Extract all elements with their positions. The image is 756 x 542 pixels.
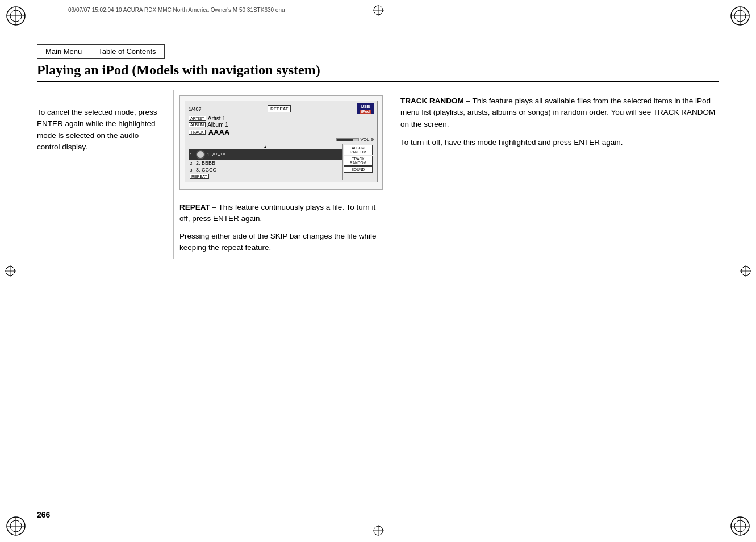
col-center: 1/407 REPEAT USB iPod ARTIST Artist 1 AL… [173,90,389,259]
track-random-paragraph-1: TRACK RANDOM – This feature plays all av… [400,95,719,130]
center-divider [179,198,383,198]
crosshair-bottom [373,525,384,536]
track-random-paragraph-2: To turn it off, have this mode highlight… [400,137,719,148]
crosshair-top [373,5,384,16]
track-list: ▲ 1 1. AAAA 2 2. BBBB [189,144,343,180]
track-row: TRACK AAAA [189,128,374,136]
usb-indicator: USB iPod [357,103,374,114]
corner-decoration-bl [6,516,26,536]
audio-display: 1/407 REPEAT USB iPod ARTIST Artist 1 AL… [179,95,383,190]
toc-tab[interactable]: Table of Contents [90,44,164,59]
album-value: Album 1 [207,122,228,128]
repeat-bottom: REPEAT [189,173,342,180]
track-label: TRACK [189,130,206,135]
knob-icon [196,150,205,159]
repeat-text-block: REPEAT – This feature continuously plays… [179,202,383,253]
track-random-title: TRACK RANDOM [400,97,464,105]
vol-label: VOL [361,137,370,142]
track-random-btn: TRACKRANDOM [344,156,373,166]
page-title: Playing an iPod (Models with navigation … [37,62,719,78]
album-random-btn: ALBUMRANDOM [344,145,373,155]
corner-decoration-br [730,516,750,536]
track-random-dash: – [466,97,473,105]
artist-row: ARTIST Artist 1 [189,115,374,122]
album-row: ALBUM Album 1 [189,122,374,128]
repeat-dash: – [212,203,219,211]
main-content: To cancel the selected mode, press ENTER… [37,90,719,259]
artist-label: ARTIST [189,116,206,121]
display-list-area: ▲ 1 1. AAAA 2 2. BBBB [189,144,374,180]
list-arrow: ▲ [189,144,342,149]
track-num: 1/407 [189,106,202,112]
corner-decoration-tl [6,6,26,26]
repeat-paragraph-2: Pressing either side of the SKIP bar cha… [179,231,383,254]
col-left: To cancel the selected mode, press ENTER… [37,90,173,259]
repeat-paragraph-1: REPEAT – This feature continuously plays… [179,202,383,225]
page-number: 266 [37,510,50,519]
album-label: ALBUM [189,122,206,127]
display-top-row: 1/407 REPEAT USB iPod [189,103,374,114]
crosshair-left [5,265,16,277]
artist-value: Artist 1 [208,115,225,122]
main-menu-tab[interactable]: Main Menu [37,44,90,59]
track-value: AAAA [208,128,230,136]
corner-decoration-tr [730,6,750,26]
doc-meta: 09/07/07 15:02:04 10 ACURA RDX MMC North… [68,7,285,13]
list-items: 1 1. AAAA 2 2. BBBB 3 [189,149,342,173]
display-screen: 1/407 REPEAT USB iPod ARTIST Artist 1 AL… [185,101,378,182]
vol-row: VOL 9 [189,137,374,142]
vol-bar [336,138,359,141]
repeat-bottom-label: REPEAT [190,174,209,179]
page-title-section: Playing an iPod (Models with navigation … [37,62,719,82]
nav-tabs: Main Menu Table of Contents [37,44,165,59]
cancel-mode-text: To cancel the selected mode, press ENTER… [37,107,162,153]
list-item: 1 1. AAAA [189,149,342,160]
list-item: 3 3. CCCC [189,166,342,173]
list-item: 2 2. BBBB [189,160,342,166]
sound-btn: SOUND [344,166,373,173]
crosshair-right [740,265,751,277]
vol-value: 9 [371,137,374,142]
col-right: TRACK RANDOM – This feature plays all av… [389,90,719,259]
repeat-button: REPEAT [268,105,291,112]
repeat-title: REPEAT [179,203,210,211]
side-buttons: ALBUMRANDOM TRACKRANDOM SOUND [343,144,374,180]
